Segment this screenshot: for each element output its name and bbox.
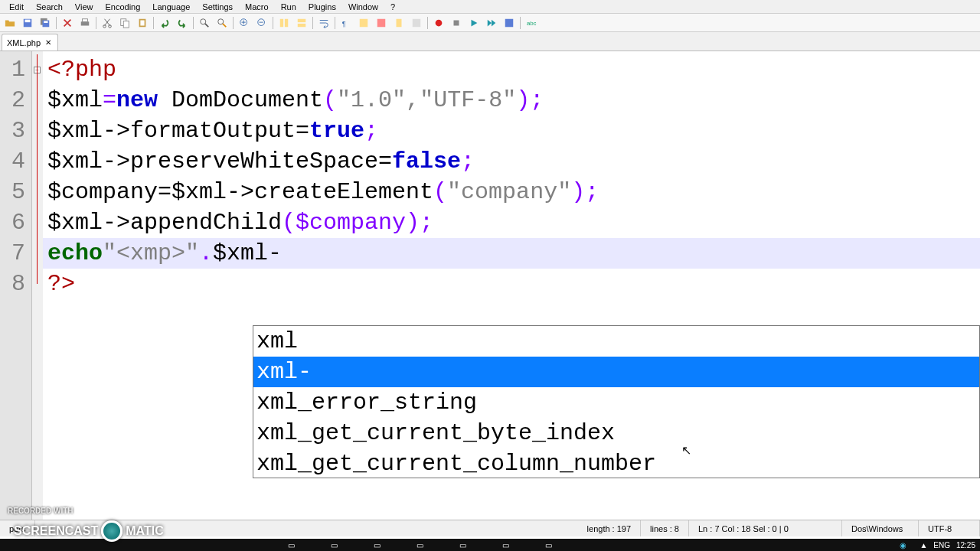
- find-icon[interactable]: [196, 15, 213, 31]
- fold-column: −: [32, 51, 43, 520]
- play-multi-icon[interactable]: [483, 15, 500, 31]
- menu-macro[interactable]: Macro: [239, 2, 275, 12]
- menu-help[interactable]: ?: [384, 2, 401, 12]
- taskbar-app-icon[interactable]: ▭: [323, 540, 345, 550]
- print-icon[interactable]: [77, 15, 93, 31]
- tray-lang[interactable]: ENG: [933, 541, 950, 549]
- line-number: 5: [0, 177, 31, 207]
- menu-settings[interactable]: Settings: [196, 2, 239, 12]
- separator: [273, 17, 273, 29]
- status-lines: lines : 8: [641, 520, 689, 536]
- func-list-icon[interactable]: [408, 15, 425, 31]
- code-line[interactable]: $xml->appendChild($company);: [43, 207, 980, 238]
- svg-text:¶: ¶: [342, 19, 346, 27]
- status-encoding: UTF-8: [919, 520, 980, 536]
- watermark-circle-icon: [101, 520, 122, 542]
- editor-area[interactable]: 1 2 3 4 5 6 7 8 − <?php $xml=new DomDocu…: [0, 51, 980, 520]
- sync-v-icon[interactable]: [276, 15, 292, 31]
- save-macro-icon[interactable]: [501, 15, 518, 31]
- svg-point-14: [218, 18, 224, 24]
- spell-icon[interactable]: abc: [523, 15, 540, 31]
- replace-icon[interactable]: [214, 15, 230, 31]
- indent-guide-icon[interactable]: [355, 15, 372, 31]
- line-number: 2: [0, 85, 31, 116]
- status-eol: Dos\Windows: [842, 520, 919, 536]
- autocomplete-popup[interactable]: xml xml- xml_error_string xml_get_curren…: [253, 325, 980, 478]
- autocomplete-item[interactable]: xml: [253, 326, 979, 357]
- code-line[interactable]: $xml=new DomDocument("1.0","UTF-8");: [43, 85, 980, 116]
- autocomplete-item[interactable]: xml_error_string: [253, 387, 979, 418]
- close-tab-icon[interactable]: ✕: [44, 38, 53, 47]
- menu-encoding[interactable]: Encoding: [99, 2, 146, 12]
- code-line[interactable]: $xml->preserveWhiteSpace=false;: [43, 146, 980, 177]
- svg-rect-22: [360, 18, 368, 27]
- undo-icon[interactable]: [156, 15, 173, 31]
- line-number: 8: [0, 269, 31, 299]
- code-line[interactable]: $company=$xml->createElement("company");: [43, 177, 980, 207]
- tray-icon[interactable]: ◉: [892, 540, 913, 550]
- tray-time: 12:25: [956, 541, 975, 549]
- code-line[interactable]: <?php: [43, 54, 980, 85]
- stop-icon[interactable]: [448, 15, 465, 31]
- autocomplete-item-selected[interactable]: xml-: [253, 357, 979, 387]
- svg-point-13: [201, 18, 206, 24]
- taskbar-app-icon[interactable]: ▭: [409, 540, 430, 550]
- menu-bar: Edit Search View Encoding Language Setti…: [0, 0, 980, 14]
- line-number: 7: [0, 238, 31, 269]
- autocomplete-item[interactable]: xml_get_current_byte_index: [253, 418, 979, 448]
- svg-rect-27: [454, 20, 459, 25]
- svg-rect-12: [140, 20, 144, 25]
- save-all-icon[interactable]: [37, 15, 54, 31]
- line-number: 6: [0, 207, 31, 238]
- sync-h-icon[interactable]: [293, 15, 310, 31]
- separator: [427, 17, 428, 29]
- paste-icon[interactable]: [134, 15, 151, 31]
- svg-rect-20: [298, 23, 306, 26]
- svg-rect-6: [83, 18, 88, 21]
- user-lang-icon[interactable]: [373, 15, 390, 31]
- zoom-in-icon[interactable]: [236, 15, 253, 31]
- redo-icon[interactable]: [174, 15, 191, 31]
- copy-icon[interactable]: [116, 15, 133, 31]
- autocomplete-item[interactable]: xml_get_current_column_number: [253, 448, 979, 479]
- menu-edit[interactable]: Edit: [3, 2, 30, 12]
- save-icon[interactable]: [19, 15, 36, 31]
- record-icon[interactable]: [430, 15, 447, 31]
- play-icon[interactable]: [466, 15, 482, 31]
- taskbar-app-icon[interactable]: ▭: [280, 540, 302, 550]
- menu-run[interactable]: Run: [275, 2, 302, 12]
- status-position: Ln : 7 Col : 18 Sel : 0 | 0: [689, 520, 842, 536]
- cut-icon[interactable]: [99, 15, 116, 31]
- taskbar-app-icon[interactable]: ▭: [452, 540, 473, 550]
- taskbar-app-icon[interactable]: ▭: [495, 540, 516, 550]
- code-line[interactable]: ?>: [43, 269, 980, 299]
- taskbar-app-icon[interactable]: ▭: [537, 540, 559, 550]
- open-icon[interactable]: [2, 15, 18, 31]
- close-icon[interactable]: [59, 15, 76, 31]
- menu-language[interactable]: Language: [146, 2, 196, 12]
- tray-chevron-icon[interactable]: ▲: [920, 541, 927, 549]
- svg-text:abc: abc: [527, 19, 537, 26]
- code-line[interactable]: $xml->formatOutput=true;: [43, 116, 980, 146]
- show-all-chars-icon[interactable]: ¶: [338, 15, 354, 31]
- menu-view[interactable]: View: [69, 2, 100, 12]
- line-gutter: 1 2 3 4 5 6 7 8: [0, 51, 32, 520]
- code-line-current[interactable]: echo"<xmp>".$xml-: [43, 238, 980, 269]
- svg-rect-25: [413, 18, 421, 27]
- menu-plugins[interactable]: Plugins: [302, 2, 342, 12]
- zoom-out-icon[interactable]: [253, 15, 270, 31]
- svg-rect-5: [81, 21, 90, 25]
- separator: [153, 17, 154, 29]
- status-length: length : 197: [578, 520, 642, 536]
- taskbar-app-icon[interactable]: ▭: [366, 540, 387, 550]
- svg-rect-18: [285, 18, 288, 27]
- svg-rect-4: [44, 21, 47, 23]
- menu-window[interactable]: Window: [342, 2, 384, 12]
- menu-search[interactable]: Search: [30, 2, 69, 12]
- tab-bar: XML.php ✕: [0, 32, 980, 51]
- tab-xml-php[interactable]: XML.php ✕: [2, 34, 58, 51]
- wordwrap-icon[interactable]: [315, 15, 332, 31]
- svg-rect-17: [280, 18, 283, 27]
- doc-map-icon[interactable]: [390, 15, 407, 31]
- separator: [193, 17, 194, 29]
